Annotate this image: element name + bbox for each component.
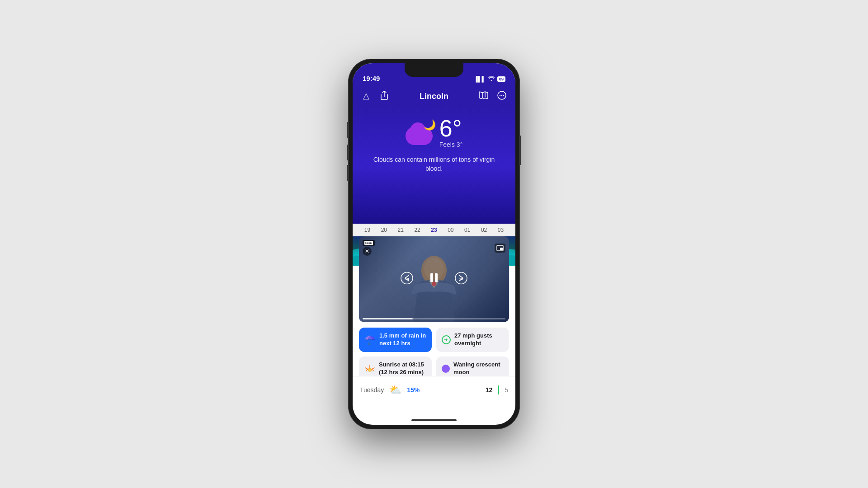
signal-icon: ▐▌▌: [474, 76, 486, 82]
battery-level: 89: [497, 76, 505, 82]
home-indicator[interactable]: [411, 419, 457, 421]
waning-moon-icon: [442, 365, 450, 373]
rewind-button[interactable]: 10: [401, 272, 413, 287]
status-time: 19:49: [363, 75, 380, 82]
forecast-high-temp: 12: [486, 386, 493, 394]
forecast-bar: Tuesday ⛅ 15% 12 5: [353, 376, 515, 403]
timeline-hour-23: 23: [431, 227, 437, 233]
svg-rect-25: [500, 248, 503, 250]
svg-rect-28: [430, 273, 433, 282]
alert-icon[interactable]: △: [360, 91, 373, 102]
sunrise-icon: [364, 364, 375, 373]
video-progress-fill: [363, 318, 413, 319]
share-icon[interactable]: [378, 91, 391, 102]
timeline-hour-21: 21: [398, 227, 404, 233]
info-cards-grid: ☂️ 1.5 mm of rain in next 12 hrs 27 mph …: [359, 328, 509, 381]
wind-icon: [442, 335, 451, 344]
video-controls-top: BBC ✕: [363, 240, 505, 256]
svg-rect-29: [435, 273, 438, 282]
map-icon[interactable]: [477, 91, 490, 102]
phone-notch: [405, 63, 463, 77]
video-playback-controls: 10 10: [401, 271, 467, 288]
video-progress-bar[interactable]: [363, 318, 505, 319]
rain-info-text: 1.5 mm of rain in next 12 hrs: [379, 332, 426, 347]
feels-like-value: Feels 3°: [439, 141, 463, 148]
timeline-hour-19: 19: [364, 227, 370, 233]
close-button[interactable]: ✕: [363, 247, 372, 256]
city-title: Lincoln: [420, 92, 448, 101]
phone-screen: 19:49 ▐▌▌ 89 △: [353, 63, 515, 425]
forecast-day: Tuesday: [360, 386, 384, 394]
rain-icon: ☂️: [364, 334, 376, 345]
forecast-temp-bar: [498, 385, 499, 394]
moon-info-text: Waning crescent moon: [453, 361, 504, 376]
status-icons: ▐▌▌ 89: [474, 75, 505, 82]
timeline-hour-00: 00: [448, 227, 453, 233]
wifi-icon: [488, 75, 495, 82]
timeline-bar: 19 20 21 22 23 00 01 02 03: [353, 224, 515, 236]
weather-description: Clouds can contain millions of tons of v…: [353, 155, 515, 173]
timeline-hour-02: 02: [481, 227, 487, 233]
header-bar: △ Lincoln: [353, 85, 515, 108]
timeline-hour-22: 22: [414, 227, 420, 233]
video-player[interactable]: BBC ✕ 10: [359, 236, 509, 322]
pause-button[interactable]: [427, 271, 441, 288]
header-icons-right: [477, 91, 508, 102]
timeline-hour-01: 01: [464, 227, 470, 233]
temperature-display: 6° Feels 3°: [439, 117, 463, 148]
weather-section: 🌙 6° Feels 3° Clouds can contain million…: [353, 108, 515, 225]
more-icon[interactable]: [495, 91, 508, 102]
timeline-hour-03: 03: [498, 227, 504, 233]
forecast-low-temp: 5: [505, 386, 508, 394]
moon-crescent-icon: 🌙: [424, 119, 436, 131]
timeline-hour-20: 20: [381, 227, 387, 233]
rain-info-card[interactable]: ☂️ 1.5 mm of rain in next 12 hrs: [359, 328, 432, 352]
wind-info-text: 27 mph gusts overnight: [454, 332, 504, 347]
sunrise-info-text: Sunrise at 08:15 (12 hrs 26 mins): [379, 361, 426, 376]
pip-button[interactable]: [495, 244, 505, 253]
forward-button[interactable]: 10: [455, 272, 467, 287]
svg-point-2: [501, 94, 502, 95]
temperature-value: 6°: [439, 117, 462, 140]
header-icons-left: △: [360, 91, 391, 102]
phone-device: 19:49 ▐▌▌ 89 △: [348, 59, 520, 429]
weather-main: 🌙 6° Feels 3°: [406, 117, 463, 148]
forecast-weather-icon: ⛅: [389, 384, 401, 396]
svg-point-1: [500, 94, 500, 95]
forecast-precip-percent: 15%: [407, 386, 420, 394]
svg-point-3: [503, 94, 504, 95]
svg-point-32: [368, 368, 372, 372]
weather-cloud-icon: 🌙: [406, 120, 435, 145]
bbc-logo: BBC: [363, 240, 375, 246]
wind-info-card[interactable]: 27 mph gusts overnight: [436, 328, 509, 352]
